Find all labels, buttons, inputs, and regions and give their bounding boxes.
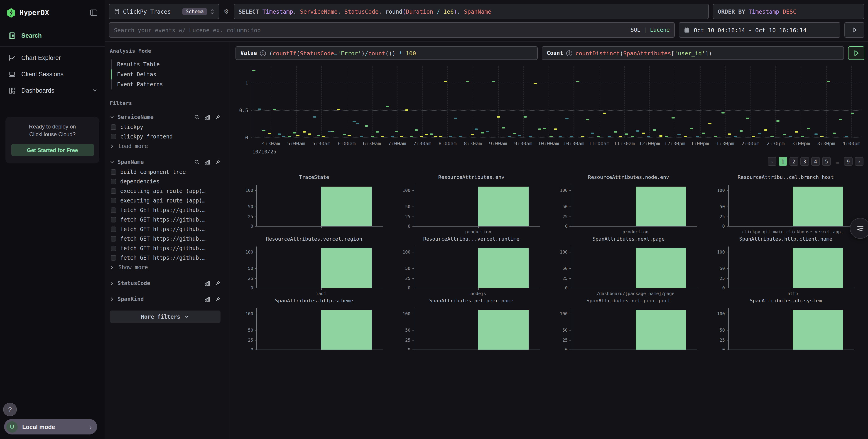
search-icon[interactable] (194, 114, 199, 120)
filter-option[interactable]: executing api route (app)… (110, 186, 220, 196)
filter-option[interactable]: fetch GET https://github.… (110, 215, 220, 224)
date-range-picker[interactable]: Oct 10 04:16:14 - Oct 10 16:16:14 (679, 22, 840, 38)
filter-option[interactable]: fetch GET https://github.… (110, 224, 220, 234)
pagination-page-button[interactable]: 4 (811, 157, 820, 166)
checkbox[interactable] (111, 179, 116, 184)
filter-option[interactable]: fetch GET https://github.… (110, 205, 220, 215)
pagination-page-button[interactable]: 3 (800, 157, 809, 166)
x-axis-tick-label: 10:00am (538, 141, 559, 147)
mode-event-patterns[interactable]: Event Patterns (112, 80, 220, 89)
mini-chart[interactable]: ResourceAttribu..cel.branch_host10050250… (707, 174, 864, 236)
checkbox[interactable] (111, 188, 116, 194)
mini-chart[interactable]: TraceState10050250 (236, 174, 393, 236)
checkbox[interactable] (111, 255, 116, 260)
filter-option[interactable]: executing api route (app)… (110, 196, 220, 205)
search-input[interactable] (114, 27, 630, 33)
pagination-next-button[interactable]: › (855, 157, 864, 166)
sidebar-item-dashboards[interactable]: Dashboards (0, 82, 105, 98)
pagination-page-button[interactable]: 5 (822, 157, 831, 166)
pin-icon[interactable] (215, 159, 220, 165)
mini-chart[interactable]: ResourceAttributes.node.env10050250produ… (550, 174, 707, 236)
help-button[interactable]: ? (3, 403, 17, 416)
show-more-link[interactable]: Show more (110, 262, 220, 272)
brand[interactable]: HyperDX (6, 7, 49, 18)
checkbox[interactable] (111, 207, 116, 213)
x-axis-tick-label: 11:30am (614, 141, 635, 147)
filter-section-header[interactable]: SpanKind (110, 294, 220, 304)
checkbox[interactable] (111, 217, 116, 222)
sql-select-input[interactable]: SELECT Timestamp, ServiceName, StatusCod… (234, 4, 709, 19)
mode-results-table[interactable]: Results Table (112, 59, 220, 69)
x-axis-tick (636, 226, 636, 228)
get-started-button[interactable]: Get Started for Free (11, 144, 94, 156)
local-mode-button[interactable]: U Local mode › (4, 419, 97, 435)
mini-chart[interactable]: SpanAttributes.http.scheme10050250https (236, 297, 393, 350)
mini-chart[interactable]: ResourceAttributes.env10050250production (393, 174, 550, 236)
pagination-prev-button[interactable]: ‹ (768, 157, 776, 166)
mini-chart[interactable]: SpanAttributes.next.page10050250/dashboa… (550, 236, 707, 297)
chart-icon[interactable] (205, 296, 210, 302)
pin-icon[interactable] (215, 281, 220, 286)
checkbox[interactable] (111, 245, 116, 251)
source-select[interactable]: ClickPy Traces Schema (109, 4, 219, 19)
checkbox[interactable] (111, 236, 116, 241)
sidebar-collapse-icon[interactable] (90, 9, 98, 16)
schema-badge[interactable]: Schema (183, 8, 207, 15)
filter-option[interactable]: fetch GET https://github.… (110, 234, 220, 243)
chart-plot-area[interactable]: 4:30am5:00am5:30am6:00am6:30am7:00am7:30… (251, 66, 862, 138)
order-by-input[interactable]: ORDER BY Timestamp DESC (713, 4, 864, 19)
filter-option[interactable]: fetch GET https://github.… (110, 253, 220, 262)
mini-chart[interactable]: SpanAttributes.db.system10050250clickhou… (707, 297, 864, 350)
pagination-page-button[interactable]: 9 (844, 157, 852, 166)
chart-icon[interactable] (205, 159, 210, 165)
sql-toggle[interactable]: SQL (630, 27, 640, 33)
checkbox[interactable] (111, 124, 116, 129)
filter-option[interactable]: dependencies (110, 177, 220, 186)
search-run-button[interactable] (844, 22, 864, 38)
sidebar-item-label: Search (21, 32, 42, 39)
mini-chart[interactable]: ResourceAttribu...vercel.runtime10050250… (393, 236, 550, 297)
scatter-point (252, 70, 256, 71)
filter-option[interactable]: fetch GET https://github.… (110, 243, 220, 253)
mini-chart[interactable]: SpanAttributes.net.peer.port100502508443 (550, 297, 707, 350)
sidebar-item-search[interactable]: Search (0, 27, 105, 43)
filter-section-header[interactable]: StatusCode (110, 278, 220, 288)
y-axis-tick-label: 25 (248, 276, 253, 281)
filter-option[interactable]: clickpy-frontend (110, 131, 220, 141)
load-more-link[interactable]: Load more (110, 141, 220, 151)
filter-option-label: fetch GET https://github.… (120, 235, 206, 242)
search-bar[interactable]: SQL | Lucene (109, 22, 675, 38)
mini-chart[interactable]: SpanAttributes.net.peer.name10050250z5pr… (393, 297, 550, 350)
run-query-button[interactable] (848, 46, 864, 60)
chart-icon[interactable] (205, 114, 210, 120)
lucene-toggle[interactable]: Lucene (650, 27, 670, 33)
count-expression-input[interactable]: Count i countDistinct(SpanAttributes['us… (542, 46, 844, 60)
event-deltas-chart[interactable]: 4:30am5:00am5:30am6:00am6:30am7:00am7:30… (236, 66, 864, 153)
value-expression-input[interactable]: Value i (countIf(StatusCode='Error')/cou… (236, 46, 538, 60)
filter-option[interactable]: build component tree (110, 167, 220, 177)
sidebar-nav: Search Chart Explorer Client Sessions Da (0, 25, 105, 98)
pin-icon[interactable] (215, 296, 220, 302)
mini-chart[interactable]: SpanAttributes.http.client.name10050250h… (707, 236, 864, 297)
y-axis-tick-label: 50 (405, 204, 410, 209)
chart-icon[interactable] (205, 281, 210, 286)
search-icon[interactable] (194, 159, 199, 165)
pagination-page-button[interactable]: 1 (779, 157, 787, 166)
pin-icon[interactable] (215, 114, 220, 120)
scatter-point (619, 136, 622, 137)
pagination-page-button[interactable]: 2 (789, 157, 798, 166)
checkbox[interactable] (111, 198, 116, 203)
more-filters-button[interactable]: More filters (110, 311, 220, 323)
sidebar-item-client-sessions[interactable]: Client Sessions (0, 66, 105, 82)
checkbox[interactable] (111, 226, 116, 232)
gear-icon[interactable]: ⚙ (223, 8, 229, 15)
mini-chart[interactable]: ResourceAttributes.vercel.region10050250… (236, 236, 393, 297)
checkbox[interactable] (111, 134, 116, 139)
filter-section-header[interactable]: SpanName (110, 157, 220, 167)
mode-event-deltas[interactable]: Event Deltas (112, 69, 220, 80)
checkbox[interactable] (111, 169, 116, 175)
link-label: Show more (118, 264, 148, 270)
filter-option[interactable]: clickpy (110, 122, 220, 131)
sidebar-item-chart-explorer[interactable]: Chart Explorer (0, 50, 105, 66)
filter-section-header[interactable]: ServiceName (110, 112, 220, 122)
